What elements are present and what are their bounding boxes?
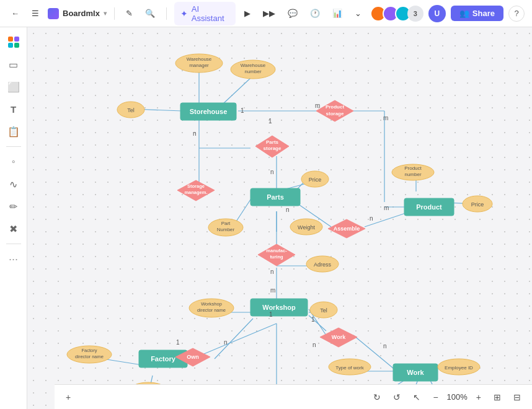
divider-1	[114, 7, 115, 20]
svg-text:Factory: Factory	[81, 348, 97, 353]
search-button[interactable]: 🔍	[141, 6, 159, 20]
sidebar-divider-2	[6, 244, 21, 244]
svg-text:n: n	[370, 215, 373, 222]
svg-text:Tel: Tel	[127, 107, 135, 113]
sidebar-frame[interactable]: ▭	[4, 55, 24, 74]
sidebar-line[interactable]: ∿	[4, 174, 24, 194]
ai-label: AI Assistant	[192, 4, 229, 23]
svg-text:1: 1	[268, 118, 272, 125]
svg-text:Parts: Parts	[267, 193, 284, 201]
avatar-group: 3	[370, 6, 423, 22]
zoom-out-button[interactable]: −	[429, 390, 441, 405]
svg-text:1: 1	[311, 316, 315, 323]
chart-button[interactable]: 📊	[329, 6, 346, 20]
sidebar-shape[interactable]: ⬜	[4, 77, 24, 97]
svg-text:Weight: Weight	[298, 224, 315, 231]
svg-text:n: n	[224, 339, 228, 346]
svg-text:Product: Product	[404, 165, 422, 171]
sidebar-more[interactable]: ···	[4, 249, 24, 269]
svg-text:1: 1	[269, 311, 273, 318]
svg-text:Storehouse: Storehouse	[190, 108, 228, 115]
sidebar-colors[interactable]	[4, 32, 24, 52]
svg-text:1: 1	[176, 339, 180, 346]
play-button[interactable]: ▶	[241, 6, 254, 20]
svg-text:Price: Price	[471, 201, 484, 208]
svg-text:n: n	[313, 341, 316, 348]
svg-text:n: n	[193, 130, 197, 137]
svg-text:Work: Work	[407, 369, 424, 376]
bottombar-left: +	[62, 390, 74, 405]
svg-text:Workshop: Workshop	[262, 304, 296, 311]
svg-text:n: n	[270, 169, 274, 175]
svg-text:Warehouse: Warehouse	[241, 63, 266, 68]
toolbar: ← ☰ Boardmlx ▾ ✎ 🔍 ✦ AI Assistant ▶ ▶▶ 💬…	[0, 0, 532, 27]
svg-line-37	[215, 319, 253, 359]
logo-chevron: ▾	[104, 10, 107, 17]
svg-text:number: number	[244, 69, 261, 74]
svg-line-33	[103, 359, 142, 365]
svg-text:manager: manager	[189, 63, 209, 68]
svg-text:Tel: Tel	[320, 307, 327, 314]
add-page-button[interactable]: +	[62, 390, 74, 405]
svg-line-36	[200, 323, 277, 356]
svg-text:storage: storage	[326, 111, 344, 117]
sidebar-pen[interactable]: ✏	[4, 196, 24, 216]
svg-text:Adress: Adress	[314, 262, 332, 268]
svg-line-1	[221, 78, 250, 106]
sidebar-select[interactable]: ◦	[4, 152, 24, 172]
svg-text:Type of work: Type of work	[335, 365, 364, 371]
svg-text:m: m	[270, 287, 275, 294]
svg-text:director name: director name	[75, 354, 104, 359]
ai-icon: ✦	[180, 9, 188, 19]
svg-text:Employee ID: Employee ID	[445, 365, 473, 371]
ai-assistant-button[interactable]: ✦ AI Assistant	[174, 2, 236, 25]
back-button[interactable]: ←	[7, 6, 23, 20]
menu-button[interactable]: ☰	[28, 6, 43, 20]
history-button[interactable]: 🕐	[306, 6, 324, 20]
er-diagram: Storehouse Parts Product Workshop Factor…	[27, 27, 532, 409]
svg-text:n: n	[286, 206, 290, 213]
avatar-count: 3	[407, 6, 423, 22]
sidebar-connector[interactable]: ✖	[4, 219, 24, 239]
bottombar: + ↻ ↺ ↖ − 100% + ⊞ ⊟	[55, 384, 532, 409]
cursor-button[interactable]: ↖	[409, 390, 424, 405]
svg-text:Work: Work	[332, 334, 346, 340]
svg-text:n: n	[270, 268, 274, 275]
canvas[interactable]: Storehouse Parts Product Workshop Factor…	[27, 27, 532, 409]
bottombar-right: ↻ ↺ ↖ − 100% + ⊞ ⊟	[370, 390, 525, 405]
user-avatar[interactable]: U	[428, 5, 446, 22]
chat-button[interactable]: 💬	[284, 6, 301, 20]
svg-text:m: m	[315, 102, 320, 109]
main-area: ▭ ⬜ T 📋 ◦ ∿ ✏ ✖ ···	[0, 27, 532, 409]
fit-button[interactable]: ⊞	[490, 390, 505, 405]
svg-text:turing: turing	[270, 254, 283, 260]
logo-label: Boardmlx	[63, 9, 100, 18]
map-button[interactable]: ⊟	[510, 390, 525, 405]
svg-text:managem.: managem.	[184, 190, 207, 195]
logo[interactable]: Boardmlx ▾	[48, 8, 107, 19]
help-button[interactable]: ?	[508, 6, 525, 22]
svg-text:Part: Part	[221, 221, 231, 226]
svg-text:number: number	[404, 172, 421, 177]
sidebar-text[interactable]: T	[4, 99, 24, 119]
sidebar-note[interactable]: 📋	[4, 121, 24, 141]
svg-text:manufac-: manufac-	[266, 248, 287, 253]
share-label: Share	[472, 9, 495, 18]
more-button[interactable]: ⌄	[351, 6, 365, 20]
svg-text:storage: storage	[264, 146, 282, 151]
animation-button[interactable]: ▶▶	[259, 6, 279, 20]
toolbar-right: ▶ ▶▶ 💬 🕐 📊 ⌄ 3 U 👥 Share ?	[241, 5, 525, 22]
svg-text:Number: Number	[217, 227, 235, 232]
share-button[interactable]: 👥 Share	[451, 6, 503, 21]
undo-button[interactable]: ↻	[370, 390, 384, 405]
pen-tool-button[interactable]: ✎	[122, 6, 136, 20]
zoom-in-button[interactable]: +	[472, 390, 485, 405]
sidebar-divider-1	[6, 146, 21, 147]
svg-text:Own: Own	[187, 354, 199, 360]
svg-text:m: m	[383, 115, 388, 121]
redo-button[interactable]: ↺	[389, 390, 404, 405]
svg-text:director name: director name	[197, 307, 226, 313]
svg-text:Warehouse: Warehouse	[187, 56, 212, 62]
sidebar: ▭ ⬜ T 📋 ◦ ∿ ✏ ✖ ···	[0, 27, 27, 409]
svg-text:Workshop: Workshop	[201, 301, 222, 307]
